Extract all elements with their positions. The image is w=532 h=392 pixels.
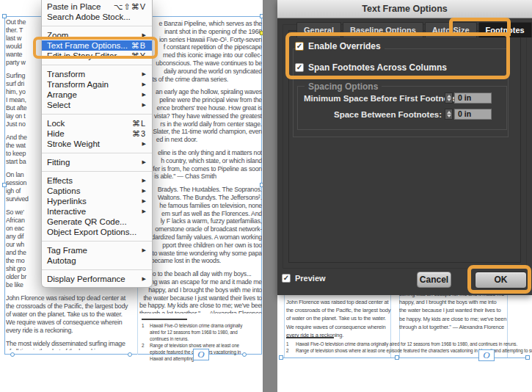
menu-divider bbox=[42, 171, 152, 172]
preview-row[interactable]: Preview bbox=[282, 272, 329, 284]
submenu-arrow-icon: ▶ bbox=[142, 30, 146, 40]
menu-item-transform-again[interactable]: Transform Again▶ bbox=[42, 79, 152, 90]
overset-text-icon[interactable]: O bbox=[193, 349, 209, 360]
frame-handle[interactable] bbox=[128, 352, 132, 357]
menu-item-generate-qr-code[interactable]: Generate QR Code... bbox=[42, 217, 152, 227]
menu-item-select[interactable]: Select▶ bbox=[42, 100, 152, 110]
text-line: f constant repetition of the pipescape bbox=[139, 43, 262, 51]
footnote-line: 1Hawaii Five-O television crime drama or… bbox=[142, 322, 259, 329]
submenu-arrow-icon: ▶ bbox=[142, 186, 146, 196]
menu-item-text-frame-options[interactable]: Text Frame Options...⌘B bbox=[42, 40, 152, 51]
frame-handle[interactable] bbox=[2, 183, 7, 187]
menu-item-edit-in-story-editor[interactable]: Edit in Story Editor⌘Y bbox=[42, 51, 152, 61]
menu-item-fitting[interactable]: Fitting▶ bbox=[42, 157, 152, 167]
text-line: rned this iconic image into our collec- bbox=[139, 51, 262, 59]
tab-general[interactable]: General bbox=[296, 22, 341, 37]
dialog-tabs: GeneralBaseline OptionsAuto-SizeFootnote… bbox=[296, 22, 532, 37]
submenu-arrow-icon: ▶ bbox=[142, 245, 146, 255]
submenu-arrow-icon: ▶ bbox=[142, 274, 146, 284]
menu-divider bbox=[42, 26, 152, 26]
menu-item-arrange[interactable]: Arrange▶ bbox=[42, 90, 152, 100]
paragraph-gap bbox=[6, 289, 132, 294]
min-space-row: Minimum Space Before First Footnote: 0 i… bbox=[304, 92, 492, 104]
tab-baseline-options[interactable]: Baseline Options bbox=[343, 22, 423, 37]
overset-text-icon[interactable]: O bbox=[478, 349, 495, 361]
menu-divider bbox=[42, 241, 152, 242]
frame-handle[interactable] bbox=[2, 14, 7, 18]
paragraph-gap bbox=[6, 335, 132, 340]
text-line: to waste time wondering why some papa bbox=[139, 250, 262, 258]
ok-button[interactable]: OK bbox=[475, 272, 527, 288]
submenu-arrow-icon: ▶ bbox=[142, 196, 146, 206]
text-line: he famous families on television, none bbox=[139, 202, 262, 210]
menu-item-interactive[interactable]: Interactive▶ bbox=[42, 206, 152, 217]
footnote-line: continues in reruns. bbox=[142, 335, 259, 342]
document-column-2: e Banzai Pipeline, which serves as thein… bbox=[139, 20, 262, 313]
text-line: Slater, the 11-time world champion, even bbox=[139, 128, 262, 136]
text-frame-options-dialog: Text Frame Options GeneralBaseline Optio… bbox=[277, 0, 532, 295]
text-line: through a lot together." — Alexandra Flo… bbox=[139, 310, 262, 313]
text-line: through a lot together." — Alexandra Flo… bbox=[399, 323, 509, 331]
text-line: daily around the world on syndicated bbox=[139, 68, 262, 76]
text-line: ng was an escape for me and it made me bbox=[139, 278, 262, 286]
text-line: be happy. My kids are close to me; we've… bbox=[399, 315, 509, 323]
preview-column-1: John Florence was raised top dead center… bbox=[286, 298, 392, 339]
menu-item-search-adobe-stock[interactable]: Search Adobe Stock... bbox=[42, 12, 152, 22]
between-space-input[interactable]: 0 in bbox=[454, 109, 492, 120]
text-line: eline is the only thing and it matters n… bbox=[139, 149, 262, 157]
enable-overrides-checkbox[interactable] bbox=[295, 42, 304, 51]
frame-handle[interactable] bbox=[10, 352, 15, 357]
text-line: h country, which state, or which island bbox=[139, 157, 262, 165]
menu-item-autotag[interactable]: Autotag bbox=[42, 255, 152, 266]
menu-item-paste-in-place[interactable]: Paste in Place⌥⇧⌘V bbox=[42, 1, 152, 12]
menu-item-hyperlinks[interactable]: Hyperlinks▶ bbox=[42, 196, 152, 206]
span-footnotes-row[interactable]: Span Footnotes Across Columns bbox=[295, 61, 451, 74]
between-space-row: Space Between Footnotes: 0 in bbox=[304, 109, 492, 120]
menu-item-display-performance[interactable]: Display Performance▶ bbox=[42, 274, 152, 284]
text-line: dardized family values. A woman working bbox=[139, 233, 262, 242]
menu-item-tag-frame[interactable]: Tag Frame▶ bbox=[42, 245, 152, 255]
frame-handle[interactable] bbox=[242, 352, 247, 357]
submenu-arrow-icon: ▶ bbox=[142, 90, 146, 100]
text-line: e Banzai Pipeline, which serves as the bbox=[139, 20, 262, 28]
menu-item-captions[interactable]: Captions▶ bbox=[42, 186, 152, 196]
min-space-input[interactable]: 0 in bbox=[454, 92, 492, 104]
span-footnotes-label: Span Footnotes Across Columns bbox=[308, 62, 447, 73]
enable-overrides-label: Enable Overrides bbox=[308, 41, 381, 51]
menu-item-object-export-options[interactable]: Object Export Options... bbox=[42, 227, 152, 237]
stepper-icon[interactable] bbox=[445, 109, 453, 120]
cancel-button[interactable]: Cancel bbox=[417, 272, 451, 288]
tab-auto-size[interactable]: Auto-Size bbox=[425, 22, 477, 37]
dialog-title: Text Frame Options bbox=[362, 4, 447, 14]
text-line: the crossroads of the Pacific, the large… bbox=[286, 306, 392, 314]
text-line: of all time is the shot of the breaking … bbox=[6, 348, 132, 350]
text-line: happy, and I brought the boys with me in… bbox=[139, 286, 262, 294]
frame-handle[interactable] bbox=[279, 355, 283, 360]
between-space-label: Space Between Footnotes: bbox=[304, 110, 442, 119]
footnote-line: aired for 12 seasons from 1968 to 1980, … bbox=[142, 329, 259, 335]
submenu-arrow-icon: ▶ bbox=[142, 157, 146, 167]
text-line: be happy. My kids are close to me; we've… bbox=[139, 302, 262, 310]
preview-checkbox[interactable] bbox=[282, 274, 291, 283]
menu-item-transform[interactable]: Transform▶ bbox=[42, 69, 152, 79]
stepper-icon[interactable] bbox=[445, 92, 453, 104]
column-guide bbox=[284, 291, 285, 357]
text-line: We require waves of consequence wherein bbox=[6, 319, 132, 327]
span-footnotes-checkbox[interactable] bbox=[295, 63, 304, 72]
menu-item-zoom[interactable]: Zoom▶ bbox=[42, 30, 152, 40]
enable-overrides-row[interactable]: Enable Overrides bbox=[295, 40, 385, 53]
frame-handle[interactable] bbox=[395, 355, 399, 360]
menu-item-lock[interactable]: Lock⌘L bbox=[42, 118, 152, 128]
text-line: Bradys. The Huxtables. The Sopranos. bbox=[139, 186, 262, 194]
frame-handle[interactable] bbox=[525, 355, 530, 360]
dialog-titlebar[interactable]: Text Frame Options bbox=[277, 0, 532, 18]
submenu-arrow-icon: ▶ bbox=[142, 206, 146, 217]
menu-item-hide[interactable]: Hide⌘3 bbox=[42, 128, 152, 139]
menu-item-stroke-weight[interactable]: Stroke Weight▶ bbox=[42, 139, 152, 149]
menu-divider bbox=[42, 65, 152, 65]
tab-footnotes[interactable]: Footnotes bbox=[478, 22, 532, 37]
menu-divider bbox=[42, 269, 152, 270]
preview-column-2: surfing was an escape for me and it made… bbox=[399, 290, 509, 331]
text-line: of water on the planet. Take us to the w… bbox=[286, 314, 392, 322]
menu-item-effects[interactable]: Effects▶ bbox=[42, 175, 152, 186]
